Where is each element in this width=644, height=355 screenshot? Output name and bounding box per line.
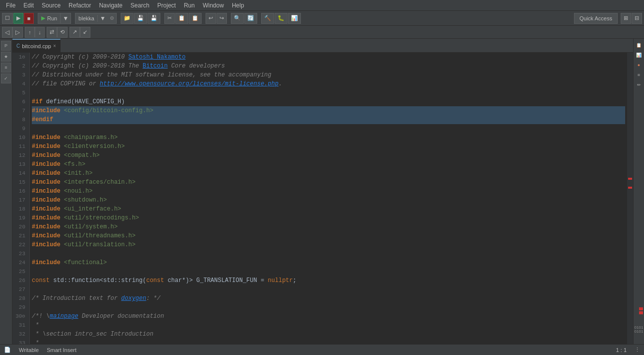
sidebar-projects-icon[interactable]: P [1,41,11,51]
code-line-15[interactable]: #include <interfaces/chain.h> [32,178,625,187]
ln-17: 17 [14,196,25,205]
code-line-30[interactable]: /*! \mainpage Developer documentation [32,312,625,321]
right-panel-list-icon[interactable]: ≡ [635,71,644,79]
code-line-26[interactable]: const std::function<std::string(const ch… [32,276,625,285]
code-line-2[interactable]: // Copyright (c) 2009-2018 The Bitcoin C… [32,62,625,71]
menu-project[interactable]: Project [153,1,180,10]
code-line-10[interactable]: #include <chainparams.h> [32,133,625,142]
tab-close-button[interactable]: × [53,43,56,49]
code-line-17[interactable]: #include <shutdown.h> [32,196,625,205]
code-line-1[interactable]: // Copyright (c) 2009-2010 Satoshi Nakam… [32,53,625,62]
main-layout: P ★ ≡ ✓ C bitcoind.cpp × 1⊖ 2 3 4 5 [0,39,644,344]
build-button[interactable]: 🔨 [261,13,274,24]
code-line-19[interactable]: #include <util/strencodings.h> [32,213,625,222]
ln-18: 18 [14,205,25,213]
code-line-16[interactable]: #include <noui.h> [32,187,625,196]
run-config-arrow[interactable]: ▼ [60,13,71,23]
perspective-btn-2[interactable]: ⊟ [632,13,642,24]
menu-help[interactable]: Help [228,1,248,10]
project-selector[interactable]: blekka ▼ ⚙ [75,13,117,24]
code-line-18[interactable]: #include <ui_interface.h> [32,205,625,213]
code-line-11[interactable]: #include <clientversion.h> [32,142,625,151]
sidebar-outline-icon[interactable]: ≡ [1,63,11,72]
sidebar-tasks-icon[interactable]: ✓ [1,73,11,83]
ln-5: 5 [14,88,25,97]
right-panel-pen-icon[interactable]: ✏ [635,80,644,89]
profile-button[interactable]: 📊 [288,13,301,24]
code-line-9[interactable] [32,124,625,133]
code-line-14[interactable]: #include <init.h> [32,169,625,178]
quick-access-button[interactable]: Quick Access [574,13,618,24]
debug-button[interactable]: 🐛 [275,13,287,24]
right-panel-chart-icon[interactable]: 📊 [635,51,644,60]
code-line-8[interactable]: #endif [32,115,625,124]
tab-file-icon: C [16,43,20,49]
code-line-13[interactable]: #include <fs.h> [32,160,625,169]
redo-button[interactable]: ↪ [216,13,227,24]
code-editor[interactable]: 1⊖ 2 3 4 5 6 7 8 9 10 11 12 13 14 15 16 [12,53,633,344]
status-insert-mode[interactable]: Smart Insert [47,347,76,353]
nav-btn-4[interactable]: ⟲ [57,27,68,38]
nav-up-button[interactable]: ↑ [25,27,35,38]
cut-button[interactable]: ✂ [164,13,175,24]
code-line-7[interactable]: #include <config/bitcoin-config.h> [32,106,625,115]
code-line-23[interactable] [32,249,625,258]
nav-down-button[interactable]: ↓ [35,27,45,38]
code-line-32[interactable]: * \section intro_sec Introduction [32,330,625,339]
stop-button[interactable]: ■ [24,13,34,24]
right-panel-red-circle-icon[interactable]: ● [635,61,644,70]
copy-button[interactable]: 📋 [175,13,188,24]
code-content: 1⊖ 2 3 4 5 6 7 8 9 10 11 12 13 14 15 16 [12,53,633,344]
code-line-6[interactable]: #if defined(HAVE_CONFIG_H) [32,97,625,106]
menu-edit[interactable]: Edit [19,1,38,10]
open-button[interactable]: 📁 [121,13,134,24]
menu-source[interactable]: Source [38,1,65,10]
code-line-3[interactable]: // Distributed under the MIT software li… [32,71,625,79]
toolbar-group-1: 📁 💾 💾 [121,13,160,24]
save-all-button[interactable]: 💾 [147,13,160,24]
search-button[interactable]: 🔍 [231,13,244,24]
new-button[interactable]: ☐ [2,13,13,24]
code-line-31[interactable]: * [32,321,625,330]
right-panel-bookmarks-icon[interactable]: 📋 [635,41,644,50]
code-line-5[interactable] [32,88,625,97]
perspective-btn-1[interactable]: ⊞ [621,13,631,24]
nav-btn-5[interactable]: ↗ [70,27,80,38]
nav-forward-button[interactable]: ▷ [12,27,23,38]
code-line-20[interactable]: #include <util/system.h> [32,222,625,231]
code-line-22[interactable]: #include <util/translation.h> [32,240,625,249]
paste-button[interactable]: 📋 [189,13,202,24]
code-line-4[interactable]: // file COPYING or http://www.opensource… [32,79,625,88]
save-button[interactable]: 💾 [134,13,147,24]
menu-search[interactable]: Search [127,1,153,10]
status-file-icon: 📄 [4,347,11,353]
editor-tab-bitcoind[interactable]: C bitcoind.cpp × [12,39,61,53]
code-line-33[interactable]: * [32,339,625,344]
code-line-27[interactable] [32,285,625,294]
undo-button[interactable]: ↩ [206,13,216,24]
code-line-25[interactable] [32,267,625,276]
nav-back-button[interactable]: ◁ [2,27,12,38]
nav-btn-3[interactable]: ⇄ [47,27,57,38]
binary-icon[interactable]: 01010101 [635,325,644,334]
settings-icon[interactable]: ⚙ [108,15,116,21]
menu-run[interactable]: Run [180,1,199,10]
code-line-21[interactable]: #include <util/threadnames.h> [32,231,625,240]
menu-window[interactable]: Window [199,1,228,10]
replace-button[interactable]: 🔄 [244,13,257,24]
project-selector-arrow[interactable]: ▼ [97,15,108,22]
menu-refactor[interactable]: Refactor [65,1,95,10]
ln-4: 4 [14,79,25,88]
sidebar-favorites-icon[interactable]: ★ [1,52,11,62]
run-button[interactable]: ▶ [13,13,23,24]
run-config-selector[interactable]: ▶ Run ▼ [38,13,71,24]
nav-btn-6[interactable]: ↙ [80,27,90,38]
code-line-28[interactable]: /* Introduction text for doxygen: */ [32,294,625,303]
code-line-24[interactable]: #include <functional> [32,258,625,267]
menu-file[interactable]: File [2,1,19,10]
status-writable[interactable]: Writable [19,347,39,353]
menu-navigate[interactable]: Navigate [95,1,126,10]
status-position: 1 : 1 [616,347,627,353]
code-line-12[interactable]: #include <compat.h> [32,151,625,160]
code-line-29[interactable] [32,303,625,312]
